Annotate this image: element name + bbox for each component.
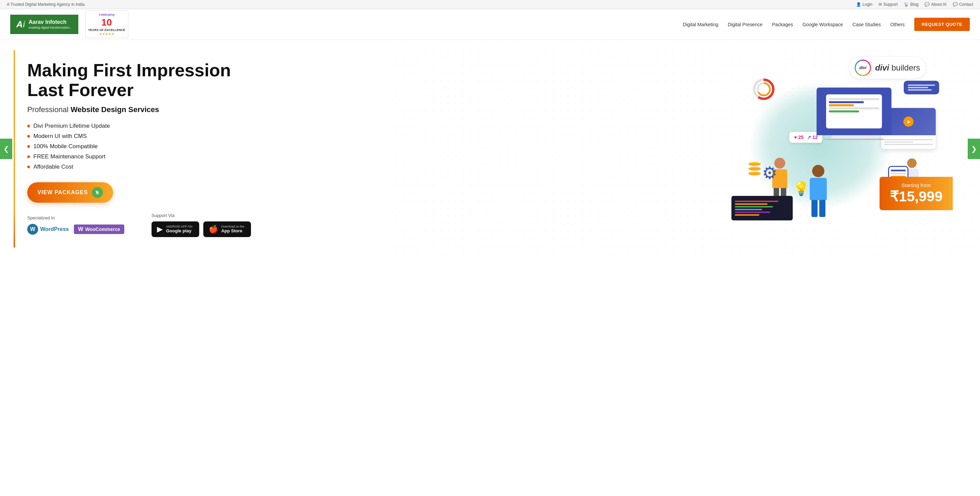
- share-count: ↗ 12: [807, 134, 818, 140]
- request-quote-button[interactable]: REQUEST QUOTE: [914, 18, 970, 31]
- info-icon: 💬: [924, 2, 930, 7]
- support-label: Support Via: [151, 213, 251, 218]
- header: Ai Aarav Infotech enabling digital trans…: [0, 9, 980, 40]
- hero-right: divi divi builders: [721, 67, 953, 231]
- store-buttons: ▶ ANDROID APP ON Google play 🍎 Download …: [151, 222, 251, 237]
- hero-bottom: Specialized In W WordPress W WooCommerce: [27, 213, 239, 237]
- logo[interactable]: Ai Aarav Infotech enabling digital trans…: [10, 14, 78, 34]
- divi-text: divi builders: [875, 63, 920, 73]
- wordpress-logo: W WordPress: [27, 224, 69, 235]
- nav-digital-marketing[interactable]: Digital Marketing: [683, 22, 718, 27]
- hero-content: Making First Impression Last Forever Pro…: [0, 61, 980, 237]
- tagline: A Trusted Digital Marketing Agency in In…: [7, 2, 86, 7]
- nav-google-workspace[interactable]: Google Workspace: [803, 22, 843, 27]
- price-amount: ₹15,999: [890, 188, 943, 205]
- celebration-badge: Celebrating 10 YEARS OF EXCELLENCE ★★★★★: [85, 11, 128, 38]
- code-line: [735, 214, 759, 215]
- screen-mockup: [816, 88, 891, 140]
- main-nav: Digital Marketing Digital Presence Packa…: [683, 18, 970, 31]
- lightbulb-icon: 💡: [793, 180, 810, 196]
- brand-logos: W WordPress W WooCommerce: [27, 224, 124, 235]
- user-icon: 👤: [856, 2, 861, 7]
- carousel-next-button[interactable]: ❯: [968, 139, 980, 159]
- carousel-prev-button[interactable]: ❮: [0, 139, 12, 159]
- logo-text: Aarav Infotech enabling digital transfor…: [29, 19, 72, 30]
- specialized-section: Specialized In W WordPress W WooCommerce: [27, 215, 124, 235]
- code-line: [735, 209, 762, 210]
- play-store-icon: ▶: [157, 225, 163, 234]
- email-icon: ✉: [878, 2, 882, 7]
- code-line: [735, 206, 773, 207]
- nav-packages[interactable]: Packages: [772, 22, 793, 27]
- code-panel: [732, 196, 793, 220]
- hero-title: Making First Impression Last Forever: [27, 61, 239, 99]
- specialized-label: Specialized In: [27, 215, 124, 220]
- code-line: [735, 212, 770, 213]
- hero-text: Making First Impression Last Forever Pro…: [27, 61, 239, 237]
- chat-bubble: [904, 81, 939, 94]
- gear-icon: ⚙: [762, 163, 777, 183]
- google-play-button[interactable]: ▶ ANDROID APP ON Google play: [151, 222, 199, 237]
- header-left: Ai Aarav Infotech enabling digital trans…: [10, 11, 128, 38]
- code-line: [735, 201, 778, 202]
- feature-item: Modern UI with CMS: [27, 131, 239, 141]
- feature-item: 100% Mobile Compatible: [27, 141, 239, 152]
- hero-illustration: ⚙ 💡 ♥ 25 ↗ 12: [721, 67, 953, 231]
- divi-badge: divi divi builders: [849, 57, 926, 79]
- nav-digital-presence[interactable]: Digital Presence: [728, 22, 762, 27]
- rss-icon: 📡: [904, 2, 909, 7]
- apple-icon: 🍎: [209, 225, 218, 234]
- wordpress-icon: W: [27, 224, 38, 235]
- blog-link[interactable]: 📡 Blog: [904, 2, 918, 7]
- price-badge: Starting from ₹15,999: [880, 177, 953, 210]
- feature-item: Affordable Cost: [27, 162, 239, 172]
- feature-item: Divi Premium Lifetime Update: [27, 121, 239, 131]
- play-button-icon: ▶: [904, 116, 913, 127]
- woocommerce-logo: W WooCommerce: [74, 225, 124, 234]
- like-count: ♥ 25: [794, 134, 803, 140]
- top-bar: A Trusted Digital Marketing Agency in In…: [0, 0, 980, 9]
- about-ai-link[interactable]: 💬 About AI: [924, 2, 946, 7]
- view-packages-button[interactable]: VIEW PACKAGES 🖱: [27, 182, 113, 203]
- chat-icon: 💬: [953, 2, 958, 7]
- mouse-icon: 🖱: [92, 187, 103, 198]
- login-link[interactable]: 👤 Login: [856, 2, 872, 7]
- nav-others[interactable]: Others: [891, 22, 905, 27]
- hero-features-list: Divi Premium Lifetime Update Modern UI w…: [27, 121, 239, 172]
- feature-item: FREE Maintenance Support: [27, 152, 239, 162]
- nav-case-studies[interactable]: Case Studies: [853, 22, 881, 27]
- hero-section: ❮ ❯ Making First Impression Last Forever…: [0, 40, 980, 258]
- contact-link[interactable]: 💬 Contact: [953, 2, 973, 7]
- ring-svg: [752, 77, 776, 101]
- wordpress-text: WordPress: [40, 226, 69, 232]
- support-section: Support Via ▶ ANDROID APP ON Google play…: [151, 213, 251, 237]
- logo-icon: Ai: [16, 19, 25, 30]
- hero-subtitle: Professional Website Design Services: [27, 105, 239, 114]
- support-link[interactable]: ✉ Support: [878, 2, 897, 7]
- divi-logo-circle: divi: [855, 60, 871, 76]
- code-line: [735, 203, 767, 205]
- ring-chart: [752, 77, 776, 102]
- person-figure-2: [810, 165, 827, 217]
- app-store-button[interactable]: 🍎 Download on the App Store: [203, 222, 251, 237]
- top-bar-links: 👤 Login ✉ Support 📡 Blog 💬 About AI 💬 Co…: [856, 2, 973, 7]
- coin-stack: [748, 162, 761, 176]
